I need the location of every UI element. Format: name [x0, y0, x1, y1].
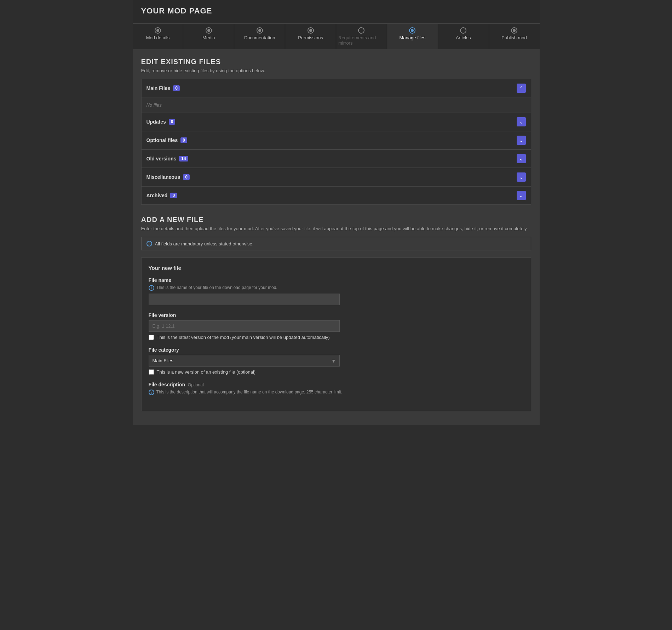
old-versions-label-area: Old versions 14 — [147, 156, 188, 161]
updates-toggle[interactable]: ⌄ — [517, 117, 526, 126]
new-version-checkbox[interactable] — [149, 369, 154, 375]
file-category-select[interactable]: Main Files Updates Optional files Old ve… — [149, 355, 340, 367]
file-name-label: File name — [149, 277, 524, 283]
main-files-toggle[interactable]: ⌃ — [517, 84, 526, 93]
old-versions-label: Old versions — [147, 156, 177, 161]
optional-files-toggle[interactable]: ⌄ — [517, 136, 526, 145]
page-title: YOUR MOD PAGE — [141, 6, 531, 16]
updates-label-area: Updates 0 — [147, 119, 176, 125]
file-version-label: File version — [149, 312, 524, 318]
archived-toggle[interactable]: ⌄ — [517, 191, 526, 200]
tab-permissions-radio — [308, 27, 314, 34]
tab-publish-mod[interactable]: Publish mod — [489, 24, 540, 49]
tab-requirements-mirrors-radio — [358, 27, 364, 34]
archived-badge: 0 — [170, 193, 177, 198]
mandatory-info-text: All fields are mandatory unless stated o… — [155, 241, 254, 246]
tab-documentation-label: Documentation — [244, 35, 275, 40]
miscellaneous-label: Miscellaneous — [147, 174, 180, 180]
tab-mod-details[interactable]: Mod details — [133, 24, 184, 49]
add-new-file-section: ADD A NEW FILE Enter the details and the… — [133, 216, 540, 411]
main-files-header[interactable]: Main Files 0 ⌃ — [142, 79, 531, 97]
tab-requirements-mirrors: Requirements and mirrors — [336, 24, 387, 49]
file-description-hint: i This is the description that will acco… — [149, 390, 524, 395]
new-version-checkbox-row: This is a new version of an existing fil… — [149, 369, 524, 375]
tab-mod-details-radio — [155, 27, 161, 34]
main-files-label-area: Main Files 0 — [147, 85, 180, 91]
file-description-label: File description Optional — [149, 382, 524, 387]
tab-documentation-radio — [257, 27, 263, 34]
mandatory-info-box: i All fields are mandatory unless stated… — [141, 237, 531, 250]
file-category-select-wrapper: Main Files Updates Optional files Old ve… — [149, 355, 340, 367]
file-version-group: File version This is the latest version … — [149, 312, 524, 340]
tab-permissions[interactable]: Permissions — [285, 24, 336, 49]
old-versions-header[interactable]: Old versions 14 ⌄ — [142, 149, 531, 168]
old-versions-badge: 14 — [179, 156, 188, 161]
file-name-hint-text: This is the name of your file on the dow… — [156, 285, 277, 290]
tab-manage-files-label: Manage files — [399, 35, 425, 40]
edit-section-title: EDIT EXISTING FILES — [141, 58, 531, 66]
main-files-badge: 0 — [173, 85, 180, 91]
file-version-input[interactable] — [149, 320, 340, 332]
tab-manage-files-radio — [409, 27, 415, 34]
edit-existing-files-section: EDIT EXISTING FILES Edit, remove or hide… — [133, 49, 540, 205]
file-sections-container: Main Files 0 ⌃ No files Updates 0 ⌄ Opti… — [141, 79, 531, 205]
tab-publish-mod-radio — [511, 27, 517, 34]
tab-articles[interactable]: Articles — [438, 24, 489, 49]
page-header: YOUR MOD PAGE — [133, 0, 540, 23]
optional-files-label-area: Optional files 0 — [147, 137, 187, 143]
tab-requirements-mirrors-label: Requirements and mirrors — [338, 35, 385, 46]
tab-media[interactable]: Media — [183, 24, 234, 49]
nav-tabs: Mod details Media Documentation Permissi… — [133, 23, 540, 49]
optional-files-header[interactable]: Optional files 0 ⌄ — [142, 131, 531, 149]
file-name-hint-icon: i — [149, 285, 154, 291]
add-file-title: ADD A NEW FILE — [141, 216, 531, 224]
edit-section-desc: Edit, remove or hide existing files by u… — [141, 68, 531, 73]
file-category-group: File category Main Files Updates Optiona… — [149, 347, 524, 375]
updates-header[interactable]: Updates 0 ⌄ — [142, 113, 531, 131]
archived-header[interactable]: Archived 0 ⌄ — [142, 186, 531, 205]
latest-version-label: This is the latest version of the mod (y… — [157, 335, 330, 340]
miscellaneous-label-area: Miscellaneous 0 — [147, 174, 190, 180]
latest-version-checkbox-row: This is the latest version of the mod (y… — [149, 335, 524, 340]
new-file-form-card: Your new file File name i This is the na… — [141, 257, 531, 411]
add-file-desc: Enter the details and then upload the fi… — [141, 226, 531, 231]
latest-version-checkbox[interactable] — [149, 335, 154, 340]
tab-articles-label: Articles — [456, 35, 471, 40]
tab-media-radio — [206, 27, 212, 34]
page-wrapper: YOUR MOD PAGE Mod details Media Document… — [133, 0, 540, 425]
form-card-title: Your new file — [149, 265, 524, 271]
tab-media-label: Media — [202, 35, 215, 40]
file-description-group: File description Optional i This is the … — [149, 382, 524, 395]
file-description-optional-tag: Optional — [188, 382, 204, 387]
file-name-hint: i This is the name of your file on the d… — [149, 285, 524, 291]
tab-mod-details-label: Mod details — [146, 35, 170, 40]
miscellaneous-toggle[interactable]: ⌄ — [517, 172, 526, 182]
file-name-group: File name i This is the name of your fil… — [149, 277, 524, 305]
old-versions-toggle[interactable]: ⌄ — [517, 154, 526, 163]
optional-files-badge: 0 — [180, 137, 187, 143]
file-description-hint-icon: i — [149, 390, 154, 395]
info-icon: i — [147, 241, 152, 246]
updates-badge: 0 — [169, 119, 176, 125]
file-name-input[interactable] — [149, 294, 340, 305]
new-version-label: This is a new version of an existing fil… — [157, 369, 256, 375]
file-category-label: File category — [149, 347, 524, 353]
tab-permissions-label: Permissions — [298, 35, 323, 40]
tab-publish-mod-label: Publish mod — [501, 35, 527, 40]
updates-label: Updates — [147, 119, 166, 125]
main-files-label: Main Files — [147, 85, 171, 91]
tab-documentation[interactable]: Documentation — [234, 24, 285, 49]
archived-label-area: Archived 0 — [147, 193, 177, 198]
archived-label: Archived — [147, 193, 168, 198]
tab-manage-files[interactable]: Manage files — [387, 24, 438, 49]
miscellaneous-header[interactable]: Miscellaneous 0 ⌄ — [142, 168, 531, 186]
main-files-no-files: No files — [147, 102, 162, 108]
tab-articles-radio — [460, 27, 466, 34]
miscellaneous-badge: 0 — [183, 174, 190, 180]
optional-files-label: Optional files — [147, 137, 178, 143]
main-files-body: No files — [142, 97, 531, 113]
file-description-hint-text: This is the description that will accomp… — [156, 390, 343, 395]
